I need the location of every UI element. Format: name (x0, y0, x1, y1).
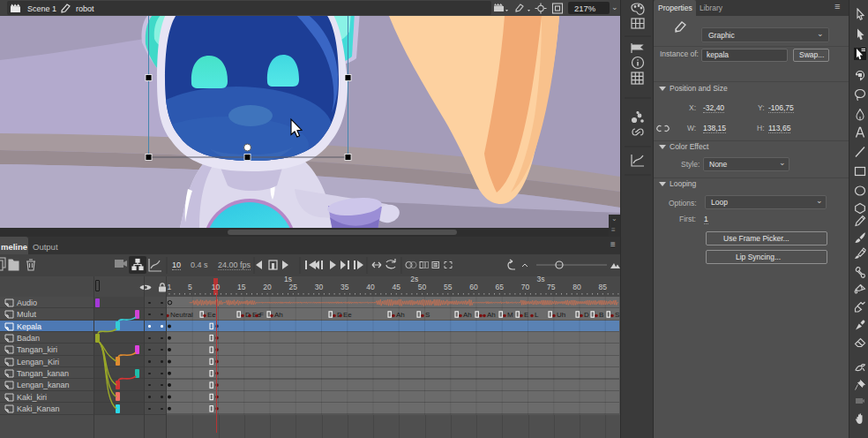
svg-text:35: 35 (340, 283, 349, 291)
svg-text:3s: 3s (537, 275, 545, 283)
svg-text:85: 85 (599, 283, 608, 291)
svg-text:Neutral: Neutral (170, 311, 193, 319)
svg-text:Ah: Ah (463, 311, 472, 319)
svg-text:10: 10 (212, 283, 221, 291)
svg-text:60: 60 (469, 283, 478, 291)
svg-text:55: 55 (444, 283, 453, 291)
svg-text:25: 25 (289, 283, 298, 291)
svg-text:E: E (524, 311, 528, 319)
svg-text:Ee: Ee (343, 311, 352, 319)
svg-text:Uh: Uh (557, 311, 565, 319)
svg-text:1s: 1s (284, 275, 292, 283)
svg-text:M: M (507, 311, 513, 319)
svg-text:2s: 2s (410, 275, 418, 283)
svg-text:75: 75 (547, 283, 556, 291)
svg-text:15: 15 (237, 283, 246, 291)
svg-text:Ah: Ah (396, 311, 405, 319)
svg-text:40: 40 (366, 283, 375, 291)
svg-text:D: D (584, 311, 589, 319)
svg-text:1: 1 (168, 283, 172, 291)
svg-text:80: 80 (572, 283, 581, 291)
svg-text:S: S (615, 311, 619, 319)
svg-text:50: 50 (418, 283, 427, 291)
svg-text:B: B (599, 311, 603, 319)
svg-text:S: S (425, 311, 430, 319)
svg-text:65: 65 (496, 283, 505, 291)
svg-text:Ah: Ah (487, 311, 496, 319)
svg-text:70: 70 (521, 283, 530, 291)
svg-text:L: L (535, 311, 539, 319)
svg-text:45: 45 (393, 283, 401, 291)
svg-text:20: 20 (263, 283, 272, 291)
svg-text:30: 30 (315, 283, 324, 291)
svg-text:F: F (259, 311, 264, 319)
svg-text:Ah: Ah (274, 311, 283, 319)
svg-text:5: 5 (188, 283, 192, 291)
